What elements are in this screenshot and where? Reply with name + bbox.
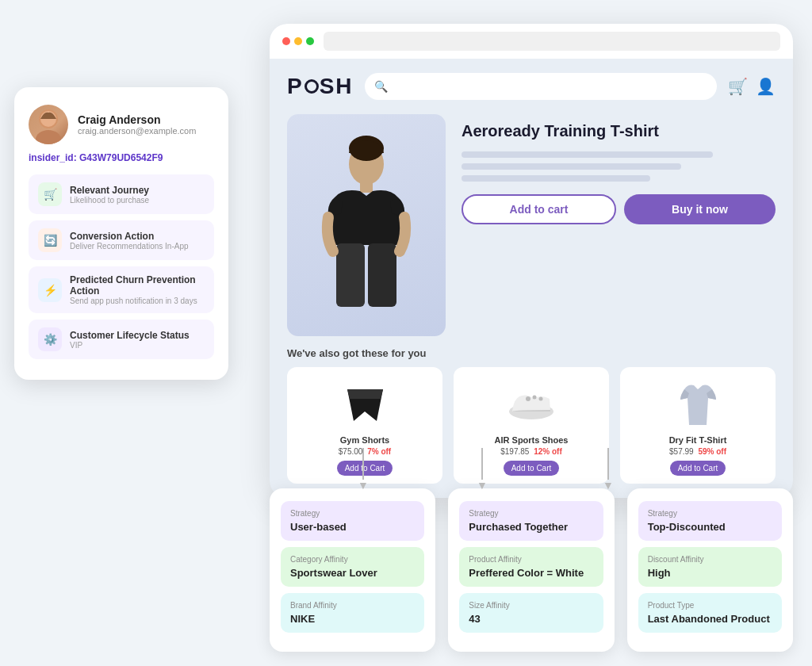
strategy-value-0-2: NIKE <box>290 613 415 625</box>
search-icon: 🔍 <box>374 80 388 93</box>
rec-item-name-0: Gym Shorts <box>293 435 436 445</box>
avatar <box>29 105 68 144</box>
connector-0: ▼ <box>358 448 369 491</box>
user-name: Craig Anderson <box>78 113 196 126</box>
strategy-section-0-0: Strategy User-based <box>281 501 424 541</box>
conversion-card: 🔄 Conversion Action Deliver Recommendati… <box>29 220 214 260</box>
svg-point-11 <box>538 396 542 400</box>
lifecycle-label: Customer Lifecycle Status <box>70 330 190 341</box>
search-bar[interactable]: 🔍 <box>365 73 717 100</box>
svg-point-1 <box>36 130 61 144</box>
strategy-section-1-2: Size Affinity 43 <box>459 593 603 633</box>
rec-add-cart-2[interactable]: Add to Cart <box>670 461 726 476</box>
shop-header: PSH 🔍 🛒 👤 <box>287 73 776 100</box>
rec-item-name-2: Dry Fit T-Shirt <box>626 435 769 445</box>
posh-logo: PSH <box>287 74 354 99</box>
cart-icon[interactable]: 🛒 <box>728 77 748 96</box>
desc-line-3 <box>462 175 650 182</box>
strategy-label-2-2: Product Type <box>648 601 772 610</box>
strategy-value-0-0: User-based <box>290 521 415 533</box>
desc-line-1 <box>462 151 713 158</box>
product-section: Aeroready Training T-shirt Add to cart B… <box>287 114 776 336</box>
dry-fit-tshirt-svg <box>676 377 720 429</box>
strategy-label-0-0: Strategy <box>290 509 415 518</box>
conversion-label: Conversion Action <box>70 231 189 242</box>
browser-dots <box>282 37 314 45</box>
shop-content: PSH 🔍 🛒 👤 <box>270 59 793 498</box>
strategy-value-1-2: 43 <box>469 613 593 625</box>
journey-icon: 🛒 <box>38 182 62 206</box>
svg-point-10 <box>532 395 536 399</box>
rec-item-2: Dry Fit T-Shirt $57.99 59% off Add to Ca… <box>620 367 776 484</box>
rec-item-img-0 <box>293 375 436 431</box>
url-bar <box>324 32 780 51</box>
user-icon[interactable]: 👤 <box>756 77 776 96</box>
add-to-cart-button[interactable]: Add to cart <box>462 194 616 224</box>
dot-red <box>282 37 290 45</box>
browser-panel: PSH 🔍 🛒 👤 <box>270 24 793 498</box>
lifecycle-card: ⚙️ Customer Lifecycle Status VIP <box>29 320 214 359</box>
rec-add-cart-1[interactable]: Add to Cart <box>504 461 560 476</box>
insider-id: insider_id: G43W79UD6542F9 <box>29 152 214 163</box>
conversion-sublabel: Deliver Recommendations In-App <box>70 242 189 251</box>
svg-rect-4 <box>360 182 373 193</box>
gym-shorts-svg <box>343 381 387 425</box>
strategy-value-0-1: Sportswear Lover <box>290 567 415 579</box>
rec-item-img-1 <box>460 375 603 431</box>
user-email: craig.anderson@example.com <box>78 126 196 136</box>
strategy-label-0-1: Category Affinity <box>290 555 415 564</box>
bottom-cards: Strategy User-based Category Affinity Sp… <box>270 488 793 652</box>
churn-card: ⚡ Predicted Churn Prevention Action Send… <box>29 266 214 313</box>
strategy-section-0-1: Category Affinity Sportswear Lover <box>281 547 424 587</box>
strategy-section-1-0: Strategy Purchased Together <box>459 501 603 541</box>
journey-sublabel: Likelihood to purchase <box>70 196 149 205</box>
connector-1: ▼ <box>477 448 488 491</box>
user-profile-panel: Craig Anderson craig.anderson@example.co… <box>14 87 228 380</box>
product-actions: Add to cart Buy it now <box>462 194 776 224</box>
dot-yellow <box>294 37 302 45</box>
browser-bar <box>270 24 793 59</box>
strategy-value-2-2: Last Abandoned Product <box>648 613 772 625</box>
strategy-card-2: Strategy Top-Discounted Discount Affinit… <box>627 488 793 652</box>
dot-green <box>306 37 314 45</box>
user-info: Craig Anderson craig.anderson@example.co… <box>78 113 196 136</box>
user-header: Craig Anderson craig.anderson@example.co… <box>29 105 214 144</box>
connector-line-2 <box>607 448 609 480</box>
strategy-section-0-2: Brand Affinity NIKE <box>281 593 424 633</box>
air-shoes-svg <box>506 381 557 425</box>
buy-now-button[interactable]: Buy it now <box>624 194 776 224</box>
strategy-label-2-1: Discount Affinity <box>648 555 772 564</box>
strategy-section-2-0: Strategy Top-Discounted <box>638 501 782 541</box>
strategy-value-1-0: Purchased Together <box>469 521 593 533</box>
product-desc-lines <box>462 151 776 182</box>
strategy-section-1-1: Product Affinity Preffered Color = White <box>459 547 603 587</box>
strategy-section-2-1: Discount Affinity High <box>638 547 782 587</box>
connector-2: ▼ <box>603 448 614 491</box>
strategy-card-0: Strategy User-based Category Affinity Sp… <box>270 488 435 652</box>
strategy-label-0-2: Brand Affinity <box>290 601 415 610</box>
strategy-value-1-1: Preffered Color = White <box>469 567 593 579</box>
journey-label: Relevant Journey <box>70 185 149 196</box>
connector-line-1 <box>481 448 483 480</box>
churn-icon: ⚡ <box>38 278 62 302</box>
conversion-icon: 🔄 <box>38 228 62 252</box>
connector-line-0 <box>362 448 364 480</box>
strategy-label-1-2: Size Affinity <box>469 601 593 610</box>
lifecycle-icon: ⚙️ <box>38 327 62 351</box>
arrow-down-1: ▼ <box>477 480 488 491</box>
arrow-down-0: ▼ <box>358 480 369 491</box>
journey-card: 🛒 Relevant Journey Likelihood to purchas… <box>29 174 214 214</box>
strategy-section-2-2: Product Type Last Abandoned Product <box>638 593 782 633</box>
desc-line-2 <box>462 163 681 170</box>
product-image-box <box>287 114 446 336</box>
rec-item-price-2: $57.99 59% off <box>626 447 769 456</box>
strategy-value-2-0: Top-Discounted <box>648 521 772 533</box>
product-details: Aeroready Training T-shirt Add to cart B… <box>462 114 776 336</box>
strategy-label-2-0: Strategy <box>648 509 772 518</box>
rec-item-img-2 <box>626 375 769 431</box>
header-icons: 🛒 👤 <box>728 77 776 96</box>
arrow-down-2: ▼ <box>603 480 614 491</box>
strategy-card-1: Strategy Purchased Together Product Affi… <box>448 488 614 652</box>
svg-rect-5 <box>336 243 365 307</box>
lifecycle-sublabel: VIP <box>70 341 190 350</box>
